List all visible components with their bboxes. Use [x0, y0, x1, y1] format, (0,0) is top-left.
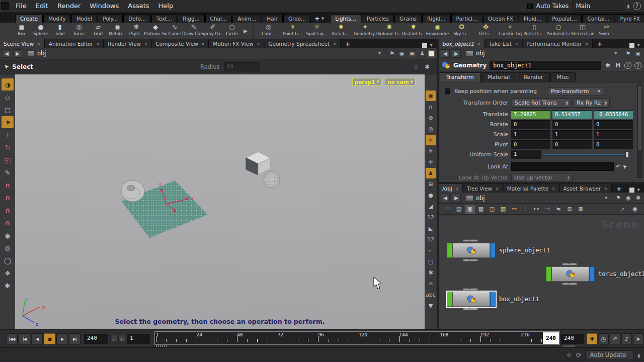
display-objects-icon[interactable]: ◑: [2, 78, 14, 90]
param-tab[interactable]: Transform: [440, 72, 480, 82]
value-field[interactable]: 1: [594, 130, 633, 139]
lock-camera-icon[interactable]: ∩: [426, 102, 436, 112]
shelf-overflow-arrow[interactable]: ▶: [242, 28, 250, 34]
points-display-icon[interactable]: ◉: [2, 229, 14, 241]
pointer-button[interactable]: ➤: [633, 333, 643, 344]
network-canvas[interactable]: Scene sphere_object1: [439, 215, 644, 329]
node-input-connector[interactable]: [463, 239, 478, 242]
viewport-canvas[interactable]: y x x y z: [15, 74, 425, 329]
tool-sky-light[interactable]: ✪ Sky Li...: [450, 23, 474, 36]
maximize-pane-icon[interactable]: [629, 43, 634, 48]
vertices-mode-icon[interactable]: ◢: [426, 201, 436, 212]
sort-icon[interactable]: ≡: [414, 63, 419, 70]
color-swatch[interactable]: [428, 50, 435, 57]
value-field[interactable]: 0: [511, 140, 550, 149]
grid-display-icon[interactable]: ⊠: [576, 205, 586, 214]
text-display-icon[interactable]: abc: [426, 290, 436, 300]
timeline-ruler[interactable]: 124487296120144168192216 240: [154, 331, 560, 345]
tool-torus[interactable]: ◎ Torus: [69, 23, 89, 36]
tool-spot-light[interactable]: ☼ Spot Lig...: [305, 23, 329, 36]
grid-snap-icon[interactable]: ⊞: [565, 205, 575, 214]
node-body[interactable]: [452, 292, 490, 307]
display-options-icon[interactable]: ≡: [426, 279, 436, 289]
node-input-connector[interactable]: [562, 263, 577, 265]
node-output-connector[interactable]: [463, 308, 478, 310]
forward-icon[interactable]: ▶: [452, 49, 461, 58]
value-field[interactable]: 0: [594, 120, 633, 129]
forward-icon[interactable]: ▶: [452, 194, 461, 202]
primitives-mode-icon[interactable]: ◣: [426, 223, 436, 234]
shelf-add-set1[interactable]: +▼: [311, 14, 327, 23]
list-mode-icon[interactable]: ▤: [454, 205, 464, 214]
tool-metaball[interactable]: ◉ Metab...: [108, 23, 127, 36]
box-tool-icon[interactable]: ▢: [2, 104, 14, 116]
radial-menu-icon[interactable]: ◉: [624, 195, 632, 201]
pane-tab[interactable]: Material Palette ×: [504, 184, 559, 193]
pane-tab[interactable]: Composite View ×: [152, 39, 209, 48]
pane-tab[interactable]: Scene View ×: [0, 39, 45, 48]
path-field[interactable]: obj ▼: [463, 194, 612, 203]
group-select-icon[interactable]: ▢: [426, 256, 436, 267]
normal-lighting-icon[interactable]: ☼: [426, 135, 436, 145]
tool-area-light[interactable]: ✹ Area Li...: [329, 23, 353, 36]
shelf-tab[interactable]: Create: [15, 14, 43, 23]
path-field[interactable]: obj ▼: [24, 49, 386, 58]
pane-tab[interactable]: box_object1 ×: [439, 39, 485, 48]
radial-menu-icon[interactable]: ◉: [398, 50, 406, 57]
value-field[interactable]: 0: [594, 140, 633, 149]
menu-item[interactable]: Help: [154, 2, 178, 10]
look-through-selector[interactable]: no cam▼: [385, 78, 416, 85]
pane-tab[interactable]: Animation Editor ×: [45, 39, 104, 48]
pane-tab[interactable]: Performance Monitor ×: [523, 39, 592, 48]
rotate-tool-icon[interactable]: ↻: [2, 141, 14, 153]
more-icon[interactable]: ▼: [426, 301, 436, 311]
audio-button[interactable]: ♪: [621, 333, 632, 344]
translate-tool-icon[interactable]: ✛: [2, 129, 14, 141]
node-input-connector[interactable]: [463, 288, 478, 291]
take-spinner[interactable]: ▲▼: [627, 4, 629, 9]
look-at-up-dropdown[interactable]: Use up vector▲▼: [511, 173, 573, 182]
value-field[interactable]: 0: [511, 120, 550, 129]
stop-button[interactable]: ■: [44, 333, 55, 344]
next-keyframe-button[interactable]: ▶|: [69, 333, 80, 344]
add-pane-tab-button[interactable]: +: [593, 40, 607, 48]
keep-position-checkbox[interactable]: [445, 88, 450, 94]
node-type-label[interactable]: Geometry: [453, 62, 487, 69]
tool-volume-light[interactable]: ✺ Volume Li...: [377, 23, 401, 36]
look-at-field[interactable]: [511, 162, 614, 171]
value-field[interactable]: 0: [552, 140, 592, 149]
range-slider-grip[interactable]: [156, 345, 167, 347]
node-display-flag[interactable]: [546, 266, 551, 282]
close-icon[interactable]: ×: [477, 41, 481, 46]
handles-icon[interactable]: ⌐: [426, 245, 436, 256]
shelf-tab[interactable]: Char...: [205, 14, 232, 23]
path-dropdown-icon[interactable]: ▼: [378, 51, 383, 55]
tool-switcher[interactable]: ✑ Switc...: [595, 23, 619, 36]
node-display-flag[interactable]: [447, 243, 452, 258]
forward-icon[interactable]: ▶: [13, 49, 22, 58]
back-icon[interactable]: ◀: [2, 49, 11, 58]
node-body[interactable]: [551, 266, 589, 282]
pre-transform-dropdown[interactable]: Pre-transform▼: [548, 87, 603, 96]
tool-spray-paint[interactable]: ✐ Spray Pa...: [203, 23, 222, 36]
path-field[interactable]: obj ▼: [463, 49, 622, 58]
transform-order-dropdown[interactable]: Scale Rot Trans▲▼: [512, 99, 571, 108]
maximize-pane-icon[interactable]: [422, 43, 427, 48]
add-pane-tab-button[interactable]: +: [341, 40, 355, 48]
node-render-flag[interactable]: [490, 292, 496, 307]
add-pane-tab-button[interactable]: +: [612, 185, 626, 193]
gear-icon[interactable]: ✱: [604, 62, 611, 69]
node-output-connector[interactable]: [463, 259, 478, 261]
snap-grid-icon[interactable]: ∩: [2, 179, 14, 191]
template-icon[interactable]: ◎: [2, 242, 14, 254]
param-tab[interactable]: Render: [517, 72, 549, 82]
back-icon[interactable]: ◀: [441, 194, 450, 202]
close-icon[interactable]: ×: [201, 41, 205, 46]
close-icon[interactable]: ×: [96, 41, 100, 46]
playback-options-button[interactable]: ◷: [598, 333, 609, 344]
shelf-tab[interactable]: Pyro FX: [615, 14, 644, 23]
frame-increment-field[interactable]: 1: [127, 334, 150, 344]
close-icon[interactable]: ×: [515, 41, 519, 46]
tool-lsystem[interactable]: ❋ LSyst...: [127, 23, 146, 36]
tool-tube[interactable]: ▮ Tube: [50, 23, 69, 36]
